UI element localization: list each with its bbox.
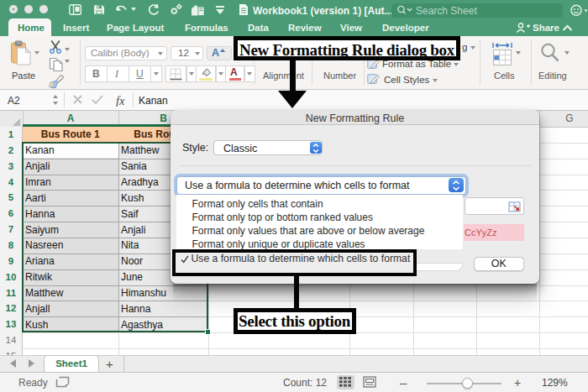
svg-text:fx: fx	[116, 94, 125, 107]
